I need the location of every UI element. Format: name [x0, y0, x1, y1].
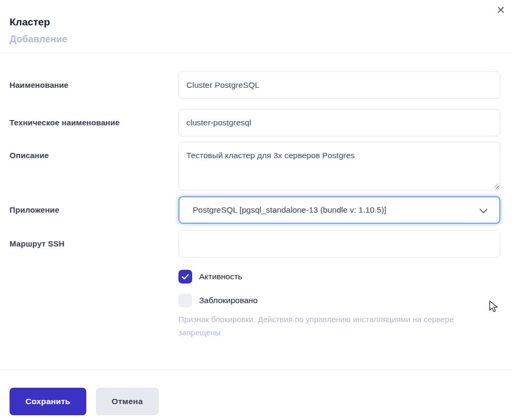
- form-row-tech-name: Техническое наименование: [10, 109, 500, 136]
- modal-subtitle: Добавление: [10, 33, 502, 45]
- blocked-checkbox[interactable]: [178, 294, 192, 307]
- close-icon[interactable]: ✕: [493, 2, 509, 18]
- activity-checkbox[interactable]: [178, 270, 192, 284]
- description-label: Описание: [10, 142, 178, 161]
- check-icon: [182, 274, 189, 280]
- blocked-checkbox-row[interactable]: Заблокировано: [178, 294, 500, 307]
- ssh-route-input[interactable]: [178, 230, 500, 258]
- ssh-route-label: Маршрут SSH: [10, 230, 178, 249]
- cancel-button[interactable]: Отмена: [96, 388, 159, 415]
- tech-name-input[interactable]: [178, 109, 500, 136]
- modal-title: Кластер: [10, 16, 502, 29]
- chevron-down-icon: [479, 208, 488, 214]
- activity-checkbox-label: Активность: [199, 272, 242, 281]
- application-select[interactable]: PostgreSQL [pgsql_standalone-13 (bundle …: [178, 196, 500, 224]
- save-button[interactable]: Сохранить: [10, 388, 86, 415]
- tech-name-label: Техническое наименование: [10, 109, 178, 128]
- application-select-value: PostgreSQL [pgsql_standalone-13 (bundle …: [193, 205, 387, 215]
- name-label: Наименование: [10, 71, 178, 90]
- modal-footer: Сохранить Отмена: [0, 370, 512, 420]
- form-row-name: Наименование: [10, 71, 500, 99]
- form-row-description: Описание Тестовый кластер для 3х серверо…: [10, 142, 500, 190]
- modal-header: Кластер Добавление ✕: [0, 0, 512, 53]
- description-textarea[interactable]: Тестовый кластер для 3х серверов Postgre…: [178, 142, 500, 190]
- checkbox-section: Активность Заблокировано Признак блокиро…: [178, 270, 500, 339]
- activity-checkbox-row[interactable]: Активность: [178, 270, 500, 284]
- blocked-hint-text: Признак блокировки. Действия по управлен…: [178, 313, 462, 339]
- modal-body: Наименование Техническое наименование Оп…: [0, 53, 512, 370]
- form-row-application: Приложение PostgreSQL [pgsql_standalone-…: [10, 196, 500, 224]
- form-row-ssh-route: Маршрут SSH: [10, 230, 500, 258]
- blocked-checkbox-label: Заблокировано: [199, 296, 258, 305]
- application-label: Приложение: [10, 196, 178, 215]
- cluster-add-modal: Кластер Добавление ✕ Наименование Технич…: [0, 0, 512, 420]
- name-input[interactable]: [178, 71, 500, 99]
